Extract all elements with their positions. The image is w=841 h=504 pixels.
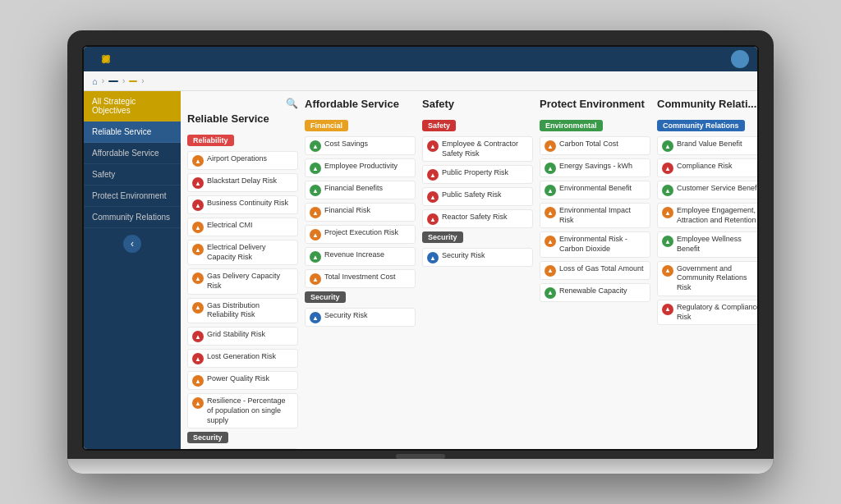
item-row[interactable]: ▲Employee Engagement, Attraction and Ret… [657,203,757,228]
item-row[interactable]: ▲Employee Productivity [305,158,416,177]
item-icon: ▲ [310,273,321,285]
item-text: Security Risk [324,311,368,321]
breadcrumb-sep-3: › [141,76,144,85]
item-row[interactable]: ▲Environmental Impact Risk [540,203,650,228]
item-text: Revenue Increase [324,250,384,260]
item-text: Gas Distribution Reliability Risk [207,301,293,320]
item-row[interactable]: ▲Customer Service Benefit [657,181,757,199]
category-tag-0-1[interactable]: Security [187,432,228,443]
item-row[interactable]: ▲Airport Operations [187,151,298,170]
item-row[interactable]: ▲Environmental Benefit [540,181,650,199]
item-icon: ▲ [310,251,321,263]
item-text: Customer Service Benefit [677,184,757,194]
breadcrumb-sep-2: › [122,76,125,85]
category-tag-0-0[interactable]: Reliability [187,135,234,146]
item-row[interactable]: ▲Lost Generation Risk [187,349,298,368]
logo-icon [99,52,113,66]
item-row[interactable]: ▲Public Property Risk [422,165,533,184]
item-row[interactable]: ▲Electrical CMI [187,218,298,236]
item-row[interactable]: ▲Grid Stability Risk [187,327,298,346]
item-row[interactable]: ▲Renewable Capacity [540,283,650,302]
item-row[interactable]: ▲Financial Risk [305,203,416,222]
item-row[interactable]: ▲Financial Benefits [305,181,416,199]
item-row[interactable]: ▲Compliance Risk [657,158,757,177]
sidebar-item-2[interactable]: Affordable Service [84,143,181,164]
item-text: Financial Risk [324,206,370,216]
item-icon: ▲ [310,185,321,196]
item-row[interactable]: ▲Employee Wellness Benefit [657,231,757,257]
item-icon: ▲ [192,353,204,364]
search-icon[interactable]: 🔍 [187,98,298,109]
item-icon: ▲ [545,163,556,174]
item-text: Cost Savings [324,140,368,149]
sidebar-item-5[interactable]: Community Relations [84,207,181,228]
item-icon: ▲ [192,222,204,233]
item-text: Public Safety Risk [442,190,502,200]
item-icon: ▲ [310,207,321,218]
item-row[interactable]: ▲Government and Community Relations Risk [657,261,757,296]
item-row[interactable]: ▲Business Continuity Risk [187,195,298,214]
item-row[interactable]: ▲Gas Delivery Capacity Risk [187,268,298,294]
item-icon: ▲ [545,207,556,218]
item-row[interactable]: ▲Reactor Safety Risk [422,209,533,228]
sidebar-item-4[interactable]: Protect Environment [84,186,181,207]
home-link[interactable]: ⌂ [92,76,98,86]
item-icon: ▲ [545,140,556,152]
category-tag-2-1[interactable]: Security [422,231,463,243]
item-row[interactable]: ▲Revenue Increase [305,247,416,266]
item-row[interactable]: ▲Project Execution Risk [305,225,416,244]
item-row[interactable]: ▲Power Quality Risk [187,371,298,390]
item-icon: ▲ [427,140,439,152]
column-title-4: Community Relati... [657,98,757,113]
item-text: Resilience - Percentage of population on… [207,396,293,425]
item-icon: ▲ [192,302,204,314]
item-row[interactable]: ▲Blackstart Delay Risk [187,173,298,192]
item-icon: ▲ [192,273,204,284]
item-text: Financial Benefits [324,184,383,194]
item-row[interactable]: ▲Resilience - Percentage of population o… [187,393,298,428]
item-text: Energy Savings - kWh [559,162,632,172]
svg-point-1 [100,53,112,65]
category-tag-3-0[interactable]: Environmental [540,120,603,131]
user-avatar[interactable] [731,50,749,68]
sidebar-toggle[interactable]: ‹ [123,235,141,253]
item-row[interactable]: ▲Cost Savings [305,136,416,155]
sidebar-item-3[interactable]: Safety [84,164,181,186]
sidebar-item-1[interactable]: Reliable Service [84,121,181,143]
item-row[interactable]: ▲Electrical Delivery Capacity Risk [187,240,298,265]
item-row[interactable]: ▲Security Risk [305,308,416,327]
item-text: Compliance Risk [677,162,733,172]
item-row[interactable]: ▲Carbon Total Cost [540,136,650,155]
item-icon: ▲ [545,265,556,277]
main-layout: All Strategic ObjectivesReliable Service… [84,91,757,449]
column-title-3: Protect Environment [540,98,650,113]
item-row[interactable]: ▲Security Risk [422,248,533,267]
item-icon: ▲ [310,229,321,241]
item-row[interactable]: ▲Environmental Risk - Carbon Dioxide [540,231,650,257]
category-tag-1-0[interactable]: Financial [305,120,348,131]
breadcrumb-sep-1: › [102,76,104,85]
item-text: Environmental Impact Risk [559,206,646,225]
sidebar-item-0[interactable]: All Strategic Objectives [84,91,181,121]
column-1: Affordable ServiceFinancial▲Cost Savings… [305,98,416,442]
item-text: Electrical Delivery Capacity Risk [207,243,293,262]
item-text: Security Risk [442,251,485,261]
item-icon: ▲ [662,185,673,196]
category-tag-1-1[interactable]: Security [305,291,346,303]
item-row[interactable]: ▲Brand Value Benefit [657,136,757,155]
item-row[interactable]: ▲Total Investment Cost [305,269,416,288]
item-row[interactable]: ▲Regulatory & Compliance Risk [657,300,757,325]
item-icon: ▲ [662,163,673,174]
category-tag-2-0[interactable]: Safety [422,120,456,131]
item-icon: ▲ [310,312,321,323]
app-logo [99,52,117,66]
item-row[interactable]: ▲Loss of Gas Total Amount [540,261,650,280]
item-row[interactable]: ▲Gas Distribution Reliability Risk [187,298,298,323]
item-row[interactable]: ▲Cyber Security Risk [187,448,298,449]
item-row[interactable]: ▲Public Safety Risk [422,187,533,206]
item-row[interactable]: ▲Employee & Contractor Safety Risk [422,136,533,162]
master-tag[interactable] [129,80,137,82]
item-row[interactable]: ▲Energy Savings - kWh [540,158,650,177]
utility-breadcrumb[interactable] [108,80,118,82]
category-tag-4-0[interactable]: Community Relations [657,120,745,131]
